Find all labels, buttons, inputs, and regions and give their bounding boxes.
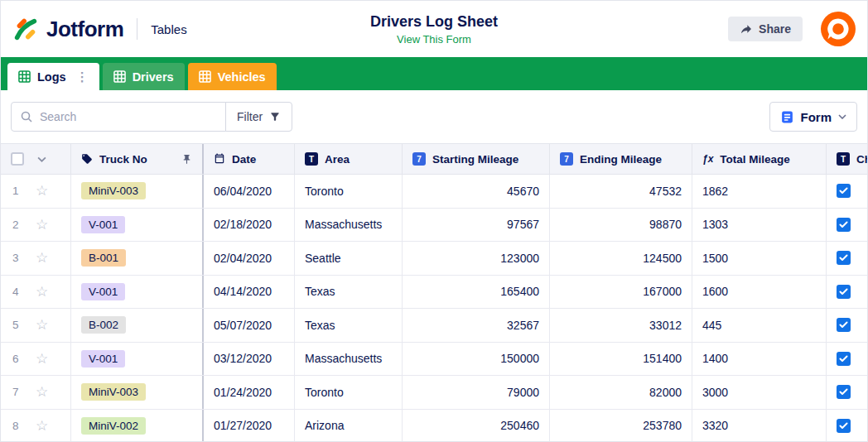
star-icon[interactable]: ☆ (36, 352, 48, 366)
total-mileage-cell[interactable]: 3000 (692, 376, 827, 409)
date-cell[interactable]: 05/07/2020 (204, 309, 295, 342)
view-this-form-link[interactable]: View This Form (370, 33, 498, 46)
column-header-checked[interactable]: T Ch (827, 144, 868, 174)
starting-mileage-cell[interactable]: 97567 (403, 209, 550, 242)
table-row[interactable]: 8 ☆ MiniV-002 01/27/2020 Arizona 250460 … (1, 410, 868, 442)
share-button[interactable]: Share (728, 17, 803, 41)
checkbox-checked[interactable] (837, 385, 851, 399)
truck-badge[interactable]: V-001 (81, 216, 125, 233)
star-icon[interactable]: ☆ (36, 251, 48, 265)
ending-mileage-cell[interactable]: 151400 (550, 343, 692, 376)
truck-no-cell[interactable]: V-001 (71, 276, 204, 309)
table-row[interactable]: 5 ☆ B-002 05/07/2020 Texas 32567 33012 4… (1, 309, 868, 343)
column-header-area[interactable]: T Area (295, 144, 403, 174)
tab-drivers[interactable]: Drivers (103, 63, 185, 90)
truck-no-cell[interactable]: V-001 (71, 343, 204, 376)
column-header-truck-no[interactable]: Truck No (71, 144, 204, 174)
truck-badge[interactable]: V-001 (81, 350, 125, 368)
date-cell[interactable]: 01/24/2020 (204, 376, 295, 409)
starting-mileage-cell[interactable]: 165400 (403, 276, 550, 309)
starting-mileage-cell[interactable]: 79000 (403, 376, 550, 409)
jotform-logo[interactable]: Jotform (12, 16, 123, 42)
star-icon[interactable]: ☆ (36, 385, 48, 399)
star-icon[interactable]: ☆ (36, 285, 48, 299)
table-row[interactable]: 1 ☆ MiniV-003 06/04/2020 Toronto 45670 4… (1, 175, 868, 209)
column-header-starting-mileage[interactable]: 7 Starting Mileage (403, 144, 550, 174)
checkbox-checked[interactable] (837, 218, 851, 232)
ending-mileage-cell[interactable]: 124500 (550, 242, 692, 275)
area-cell[interactable]: Toronto (295, 175, 403, 208)
total-mileage-cell[interactable]: 1500 (692, 242, 827, 275)
tab-vehicles[interactable]: Vehicles (188, 63, 277, 90)
search-input[interactable] (40, 110, 217, 123)
checkbox-checked[interactable] (837, 419, 851, 433)
ending-mileage-cell[interactable]: 82000 (550, 376, 692, 409)
checkbox-checked[interactable] (837, 318, 851, 332)
total-mileage-cell[interactable]: 1600 (692, 276, 827, 309)
table-row[interactable]: 3 ☆ B-001 02/04/2020 Seattle 123000 1245… (1, 242, 868, 276)
table-row[interactable]: 2 ☆ V-001 02/18/2020 Massachusetts 97567… (1, 209, 868, 243)
area-cell[interactable]: Massachusetts (295, 209, 403, 242)
date-cell[interactable]: 02/04/2020 (204, 242, 295, 275)
starting-mileage-cell[interactable]: 123000 (403, 242, 550, 275)
date-cell[interactable]: 01/27/2020 (204, 410, 295, 442)
star-icon[interactable]: ☆ (36, 184, 48, 198)
truck-no-cell[interactable]: B-002 (71, 309, 204, 342)
truck-badge[interactable]: B-002 (81, 316, 126, 334)
checkbox-checked[interactable] (837, 251, 851, 265)
table-row[interactable]: 4 ☆ V-001 04/14/2020 Texas 165400 167000… (1, 276, 868, 310)
checkbox-checked[interactable] (837, 352, 851, 366)
filter-button[interactable]: Filter (225, 102, 292, 132)
starting-mileage-cell[interactable]: 250460 (403, 410, 550, 442)
area-cell[interactable]: Seattle (295, 242, 403, 275)
pin-icon[interactable] (181, 154, 192, 165)
date-cell[interactable]: 02/18/2020 (204, 209, 295, 242)
table-row[interactable]: 7 ☆ MiniV-003 01/24/2020 Toronto 79000 8… (1, 376, 868, 410)
truck-no-cell[interactable]: MiniV-002 (71, 410, 204, 442)
total-mileage-cell[interactable]: 3320 (692, 410, 827, 442)
truck-badge[interactable]: V-001 (81, 283, 125, 300)
total-mileage-cell[interactable]: 445 (692, 309, 827, 342)
starting-mileage-cell[interactable]: 150000 (403, 343, 550, 376)
account-avatar[interactable] (821, 12, 856, 46)
checkbox-checked[interactable] (837, 285, 851, 299)
tab-menu-dots-icon[interactable]: ⋮ (76, 70, 89, 83)
chevron-down-icon[interactable] (37, 156, 46, 162)
total-mileage-cell[interactable]: 1400 (692, 343, 827, 376)
ending-mileage-cell[interactable]: 33012 (550, 309, 692, 342)
area-cell[interactable]: Texas (295, 276, 403, 309)
ending-mileage-cell[interactable]: 253780 (550, 410, 692, 442)
ending-mileage-cell[interactable]: 47532 (550, 175, 692, 208)
ending-mileage-cell[interactable]: 98870 (550, 209, 692, 242)
area-cell[interactable]: Massachusetts (295, 343, 403, 376)
tab-logs[interactable]: Logs ⋮ (7, 63, 99, 90)
truck-badge[interactable]: MiniV-002 (81, 417, 146, 435)
truck-no-cell[interactable]: V-001 (71, 209, 204, 242)
starting-mileage-cell[interactable]: 45670 (403, 175, 550, 208)
select-all-checkbox[interactable] (11, 152, 24, 166)
truck-no-cell[interactable]: MiniV-003 (71, 175, 204, 208)
star-icon[interactable]: ☆ (36, 419, 48, 433)
ending-mileage-cell[interactable]: 167000 (550, 276, 692, 309)
area-cell[interactable]: Toronto (295, 376, 403, 409)
starting-mileage-cell[interactable]: 32567 (403, 309, 550, 342)
total-mileage-cell[interactable]: 1862 (692, 175, 827, 208)
table-row[interactable]: 6 ☆ V-001 03/12/2020 Massachusetts 15000… (1, 343, 868, 377)
date-cell[interactable]: 03/12/2020 (204, 343, 295, 376)
date-cell[interactable]: 04/14/2020 (204, 276, 295, 309)
column-header-date[interactable]: Date (204, 144, 295, 174)
truck-badge[interactable]: B-001 (81, 249, 126, 267)
form-button[interactable]: Form (769, 102, 858, 132)
area-cell[interactable]: Arizona (295, 410, 403, 442)
column-header-total-mileage[interactable]: ƒx Total Mileage (692, 144, 827, 174)
star-icon[interactable]: ☆ (36, 218, 48, 232)
star-icon[interactable]: ☆ (36, 318, 48, 332)
truck-no-cell[interactable]: MiniV-003 (71, 376, 204, 409)
truck-badge[interactable]: MiniV-003 (81, 182, 146, 199)
truck-no-cell[interactable]: B-001 (71, 242, 204, 275)
truck-badge[interactable]: MiniV-003 (81, 383, 146, 401)
column-header-ending-mileage[interactable]: 7 Ending Mileage (550, 144, 692, 174)
checkbox-checked[interactable] (837, 184, 851, 198)
area-cell[interactable]: Texas (295, 309, 403, 342)
date-cell[interactable]: 06/04/2020 (204, 175, 295, 208)
